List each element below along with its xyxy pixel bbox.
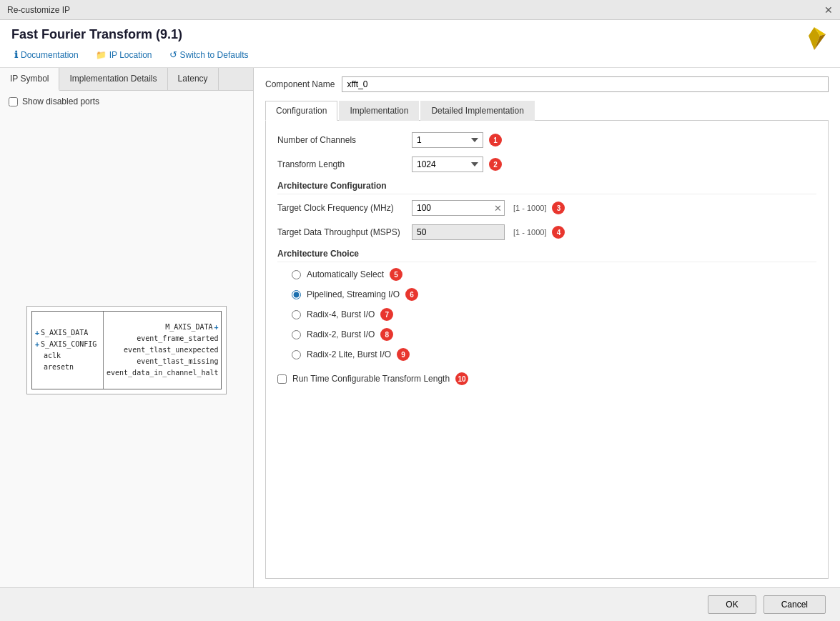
number-of-channels-select[interactable]: 1 2 4 8 bbox=[412, 132, 483, 148]
transform-length-label: Transform Length bbox=[277, 159, 406, 169]
ip-port-m-axis-data: M_AXIS_DATA + bbox=[165, 323, 218, 331]
left-tabs: IP Symbol Implementation Details Latency bbox=[0, 68, 253, 91]
run-time-configurable-badge: 10 bbox=[455, 372, 468, 385]
architecture-radix2-lite-badge: 9 bbox=[397, 348, 410, 361]
ip-sym-inner: + S_AXIS_DATA + S_AXIS_CONFIG aclk bbox=[31, 311, 222, 389]
show-disabled-ports-row: Show disabled ports bbox=[0, 91, 253, 112]
architecture-radix4-radio[interactable] bbox=[292, 310, 301, 319]
ip-port-event-frame-started: event_frame_started bbox=[137, 334, 218, 342]
target-data-throughput-input-wrapper bbox=[412, 224, 505, 240]
architecture-pipelined-label: Pipelined, Streaming I/O bbox=[307, 289, 400, 299]
ip-location-button[interactable]: 📁 IP Location bbox=[93, 49, 155, 61]
header: Fast Fourier Transform (9.1) ℹ Documenta… bbox=[0, 20, 840, 68]
run-time-configurable-row: Run Time Configurable Transform Length 1… bbox=[277, 372, 816, 385]
target-clock-freq-clear-button[interactable]: ✕ bbox=[494, 204, 502, 213]
ip-sym-left-ports: + S_AXIS_DATA + S_AXIS_CONFIG aclk bbox=[32, 312, 104, 389]
component-name-label: Component Name bbox=[265, 79, 335, 89]
ip-port-event-data-in-channel-halt: event_data_in_channel_halt bbox=[107, 369, 219, 377]
target-data-throughput-label: Target Data Throughput (MSPS) bbox=[277, 227, 406, 237]
architecture-radix2-radio[interactable] bbox=[292, 330, 301, 339]
architecture-radix2-lite-label: Radix-2 Lite, Burst I/O bbox=[307, 349, 391, 359]
architecture-auto-select-radio[interactable] bbox=[292, 270, 301, 279]
altera-logo bbox=[800, 24, 829, 55]
target-clock-freq-input-wrapper: ✕ bbox=[412, 200, 505, 216]
number-of-channels-row: Number of Channels 1 2 4 8 1 bbox=[277, 132, 816, 148]
ip-symbol-block: + S_AXIS_DATA + S_AXIS_CONFIG aclk bbox=[26, 306, 227, 394]
refresh-icon: ↺ bbox=[169, 49, 177, 60]
ip-port-aclk: aclk bbox=[35, 352, 100, 359]
info-icon: ℹ bbox=[14, 49, 18, 60]
architecture-pipelined-badge: 6 bbox=[405, 288, 418, 301]
main-window: Fast Fourier Transform (9.1) ℹ Documenta… bbox=[0, 20, 840, 621]
target-data-throughput-badge: 4 bbox=[552, 226, 565, 239]
close-button[interactable]: ✕ bbox=[824, 5, 833, 15]
architecture-choice-group: Automatically Select 5 Pipelined, Stream… bbox=[292, 268, 816, 361]
footer: OK Cancel bbox=[0, 587, 840, 621]
architecture-radix2-lite-radio[interactable] bbox=[292, 350, 301, 359]
run-time-configurable-label: Run Time Configurable Transform Length bbox=[292, 374, 450, 384]
architecture-config-title: Architecture Configuration bbox=[277, 181, 816, 194]
component-name-row: Component Name bbox=[265, 76, 829, 92]
architecture-radix2-lite-row: Radix-2 Lite, Burst I/O 9 bbox=[292, 348, 816, 361]
number-of-channels-badge: 1 bbox=[489, 134, 502, 146]
tab-implementation-details[interactable]: Implementation Details bbox=[59, 68, 167, 90]
tab-implementation[interactable]: Implementation bbox=[339, 101, 419, 121]
page-title: Fast Fourier Transform (9.1) bbox=[11, 27, 252, 42]
title-bar: Re-customize IP ✕ bbox=[0, 0, 840, 20]
target-clock-freq-range: [1 - 1000] bbox=[513, 204, 546, 212]
architecture-auto-select-badge: 5 bbox=[390, 268, 402, 281]
architecture-pipelined-radio[interactable] bbox=[292, 290, 301, 299]
architecture-radix2-badge: 8 bbox=[380, 328, 393, 341]
ip-port-s-axis-data: + S_AXIS_DATA bbox=[35, 329, 100, 337]
content-area: IP Symbol Implementation Details Latency… bbox=[0, 68, 840, 587]
architecture-choice-title: Architecture Choice bbox=[277, 249, 816, 262]
number-of-channels-label: Number of Channels bbox=[277, 135, 406, 145]
architecture-pipelined-row: Pipelined, Streaming I/O 6 bbox=[292, 288, 816, 301]
target-clock-freq-input[interactable] bbox=[412, 200, 505, 216]
ip-port-s-axis-config: + S_AXIS_CONFIG bbox=[35, 340, 100, 348]
tab-ip-symbol[interactable]: IP Symbol bbox=[0, 68, 59, 91]
right-panel: Component Name Configuration Implementat… bbox=[254, 68, 840, 587]
show-disabled-ports-checkbox[interactable] bbox=[9, 97, 18, 106]
documentation-button[interactable]: ℹ Documentation bbox=[11, 48, 81, 61]
show-disabled-ports-label: Show disabled ports bbox=[22, 96, 99, 106]
target-clock-freq-badge: 3 bbox=[552, 202, 565, 214]
ip-port-event-tlast-unexpected: event_tlast_unexpected bbox=[124, 346, 218, 354]
target-data-throughput-input[interactable] bbox=[412, 224, 505, 240]
switch-to-defaults-button[interactable]: ↺ Switch to Defaults bbox=[167, 48, 252, 61]
architecture-auto-select-row: Automatically Select 5 bbox=[292, 268, 816, 281]
architecture-radix4-label: Radix-4, Burst I/O bbox=[307, 309, 375, 319]
left-panel: IP Symbol Implementation Details Latency… bbox=[0, 68, 254, 587]
target-data-throughput-range: [1 - 1000] bbox=[513, 228, 546, 237]
run-time-configurable-checkbox[interactable] bbox=[277, 374, 287, 384]
tab-latency[interactable]: Latency bbox=[168, 68, 219, 90]
architecture-radix4-badge: 7 bbox=[380, 308, 393, 321]
architecture-radix2-label: Radix-2, Burst I/O bbox=[307, 329, 375, 339]
tab-content-configuration: Number of Channels 1 2 4 8 1 Transform L… bbox=[265, 121, 829, 579]
toolbar: ℹ Documentation 📁 IP Location ↺ Switch t… bbox=[11, 48, 252, 61]
target-clock-freq-row: Target Clock Frequency (MHz) ✕ [1 - 1000… bbox=[277, 200, 816, 216]
target-clock-freq-label: Target Clock Frequency (MHz) bbox=[277, 203, 406, 213]
architecture-auto-select-label: Automatically Select bbox=[307, 269, 384, 279]
ip-symbol-area: + S_AXIS_DATA + S_AXIS_CONFIG aclk bbox=[0, 112, 253, 587]
title-bar-title: Re-customize IP bbox=[7, 5, 70, 15]
tab-detailed-implementation[interactable]: Detailed Implementation bbox=[420, 101, 534, 121]
target-data-throughput-row: Target Data Throughput (MSPS) [1 - 1000]… bbox=[277, 224, 816, 240]
folder-icon: 📁 bbox=[96, 50, 107, 60]
right-tabs: Configuration Implementation Detailed Im… bbox=[265, 101, 829, 121]
architecture-radix4-row: Radix-4, Burst I/O 7 bbox=[292, 308, 816, 321]
component-name-input[interactable] bbox=[342, 76, 829, 92]
ip-sym-right-ports: M_AXIS_DATA + event_frame_started event_… bbox=[104, 312, 222, 389]
ip-port-event-tlast-missing: event_tlast_missing bbox=[137, 357, 218, 365]
transform-length-select[interactable]: 64 128 256 512 1024 2048 4096 bbox=[412, 157, 483, 172]
tab-configuration[interactable]: Configuration bbox=[265, 101, 337, 121]
transform-length-row: Transform Length 64 128 256 512 1024 204… bbox=[277, 157, 816, 172]
cancel-button[interactable]: Cancel bbox=[764, 595, 826, 614]
architecture-radix2-row: Radix-2, Burst I/O 8 bbox=[292, 328, 816, 341]
ip-port-aresetn: aresetn bbox=[35, 363, 100, 371]
transform-length-badge: 2 bbox=[489, 158, 502, 171]
ok-button[interactable]: OK bbox=[708, 595, 756, 614]
